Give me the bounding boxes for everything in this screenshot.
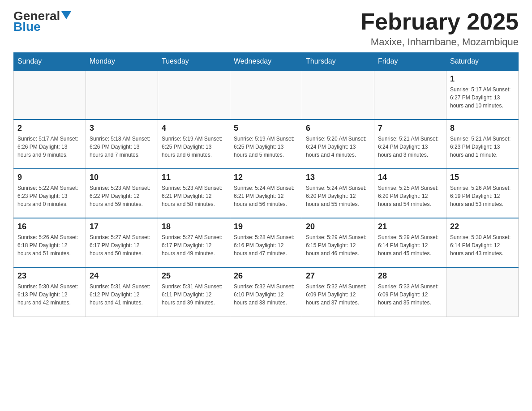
day-info: Sunrise: 5:29 AM Sunset: 6:15 PM Dayligh… bbox=[306, 233, 370, 257]
day-info: Sunrise: 5:20 AM Sunset: 6:24 PM Dayligh… bbox=[306, 135, 370, 159]
day-cell: 25Sunrise: 5:31 AM Sunset: 6:11 PM Dayli… bbox=[158, 267, 230, 317]
day-number: 26 bbox=[234, 271, 298, 281]
day-number: 6 bbox=[306, 124, 370, 133]
day-number: 27 bbox=[306, 271, 370, 281]
day-info: Sunrise: 5:28 AM Sunset: 6:16 PM Dayligh… bbox=[234, 233, 298, 257]
day-number: 15 bbox=[450, 173, 515, 182]
day-number: 11 bbox=[162, 173, 226, 182]
day-number: 1 bbox=[450, 74, 515, 84]
header-friday: Friday bbox=[374, 53, 446, 71]
day-cell bbox=[86, 70, 158, 120]
day-number: 28 bbox=[378, 271, 442, 281]
day-cell: 3Sunrise: 5:18 AM Sunset: 6:26 PM Daylig… bbox=[86, 120, 158, 169]
day-info: Sunrise: 5:30 AM Sunset: 6:13 PM Dayligh… bbox=[17, 283, 82, 307]
calendar-table: SundayMondayTuesdayWednesdayThursdayFrid… bbox=[13, 52, 519, 317]
day-cell: 16Sunrise: 5:26 AM Sunset: 6:18 PM Dayli… bbox=[14, 218, 86, 267]
day-number: 8 bbox=[450, 124, 515, 133]
header-wednesday: Wednesday bbox=[230, 53, 302, 71]
day-info: Sunrise: 5:23 AM Sunset: 6:21 PM Dayligh… bbox=[162, 184, 226, 208]
day-number: 24 bbox=[90, 271, 154, 281]
month-title: February 2025 bbox=[360, 9, 519, 34]
day-number: 4 bbox=[162, 124, 226, 133]
day-info: Sunrise: 5:27 AM Sunset: 6:17 PM Dayligh… bbox=[162, 233, 226, 257]
day-info: Sunrise: 5:31 AM Sunset: 6:12 PM Dayligh… bbox=[90, 283, 154, 307]
day-info: Sunrise: 5:24 AM Sunset: 6:20 PM Dayligh… bbox=[306, 184, 370, 208]
day-cell bbox=[446, 267, 519, 317]
day-info: Sunrise: 5:23 AM Sunset: 6:22 PM Dayligh… bbox=[90, 184, 154, 208]
day-cell: 20Sunrise: 5:29 AM Sunset: 6:15 PM Dayli… bbox=[302, 218, 374, 267]
day-number: 5 bbox=[234, 124, 298, 133]
week-row-4: 16Sunrise: 5:26 AM Sunset: 6:18 PM Dayli… bbox=[14, 218, 519, 267]
day-number: 20 bbox=[306, 222, 370, 231]
day-number: 13 bbox=[306, 173, 370, 182]
day-info: Sunrise: 5:25 AM Sunset: 6:20 PM Dayligh… bbox=[378, 184, 442, 208]
header-sunday: Sunday bbox=[14, 53, 86, 71]
day-number: 22 bbox=[450, 222, 515, 231]
day-cell bbox=[302, 70, 374, 120]
day-cell: 2Sunrise: 5:17 AM Sunset: 6:26 PM Daylig… bbox=[14, 120, 86, 169]
day-cell bbox=[230, 70, 302, 120]
day-cell: 22Sunrise: 5:30 AM Sunset: 6:14 PM Dayli… bbox=[446, 218, 519, 267]
day-cell: 11Sunrise: 5:23 AM Sunset: 6:21 PM Dayli… bbox=[158, 169, 230, 218]
day-cell bbox=[374, 70, 446, 120]
location-title: Maxixe, Inhambane, Mozambique bbox=[360, 36, 519, 48]
day-cell: 1Sunrise: 5:17 AM Sunset: 6:27 PM Daylig… bbox=[446, 70, 519, 120]
day-info: Sunrise: 5:32 AM Sunset: 6:10 PM Dayligh… bbox=[234, 283, 298, 307]
header-tuesday: Tuesday bbox=[158, 53, 230, 71]
header-row: SundayMondayTuesdayWednesdayThursdayFrid… bbox=[14, 53, 519, 71]
header-thursday: Thursday bbox=[302, 53, 374, 71]
day-info: Sunrise: 5:18 AM Sunset: 6:26 PM Dayligh… bbox=[90, 135, 154, 159]
week-row-1: 1Sunrise: 5:17 AM Sunset: 6:27 PM Daylig… bbox=[14, 70, 519, 120]
day-info: Sunrise: 5:21 AM Sunset: 6:23 PM Dayligh… bbox=[450, 135, 515, 159]
day-cell: 14Sunrise: 5:25 AM Sunset: 6:20 PM Dayli… bbox=[374, 169, 446, 218]
day-info: Sunrise: 5:22 AM Sunset: 6:23 PM Dayligh… bbox=[17, 184, 82, 208]
day-number: 18 bbox=[162, 222, 226, 231]
day-number: 25 bbox=[162, 271, 226, 281]
day-number: 7 bbox=[378, 124, 442, 133]
day-cell: 15Sunrise: 5:26 AM Sunset: 6:19 PM Dayli… bbox=[446, 169, 519, 218]
day-number: 12 bbox=[234, 173, 298, 182]
day-cell: 8Sunrise: 5:21 AM Sunset: 6:23 PM Daylig… bbox=[446, 120, 519, 169]
day-info: Sunrise: 5:26 AM Sunset: 6:19 PM Dayligh… bbox=[450, 184, 515, 208]
day-cell: 9Sunrise: 5:22 AM Sunset: 6:23 PM Daylig… bbox=[14, 169, 86, 218]
title-section: February 2025 Maxixe, Inhambane, Mozambi… bbox=[360, 9, 519, 48]
day-info: Sunrise: 5:32 AM Sunset: 6:09 PM Dayligh… bbox=[306, 283, 370, 307]
day-cell: 7Sunrise: 5:21 AM Sunset: 6:24 PM Daylig… bbox=[374, 120, 446, 169]
day-info: Sunrise: 5:21 AM Sunset: 6:24 PM Dayligh… bbox=[378, 135, 442, 159]
day-cell bbox=[158, 70, 230, 120]
day-number: 9 bbox=[17, 173, 82, 182]
logo-triangle-icon bbox=[61, 11, 71, 19]
day-info: Sunrise: 5:31 AM Sunset: 6:11 PM Dayligh… bbox=[162, 283, 226, 307]
calendar-body: 1Sunrise: 5:17 AM Sunset: 6:27 PM Daylig… bbox=[14, 70, 519, 317]
page-header: General Blue February 2025 Maxixe, Inham… bbox=[13, 9, 519, 48]
day-number: 17 bbox=[90, 222, 154, 231]
day-cell: 21Sunrise: 5:29 AM Sunset: 6:14 PM Dayli… bbox=[374, 218, 446, 267]
day-number: 21 bbox=[378, 222, 442, 231]
day-number: 14 bbox=[378, 173, 442, 182]
day-info: Sunrise: 5:19 AM Sunset: 6:25 PM Dayligh… bbox=[162, 135, 226, 159]
day-info: Sunrise: 5:24 AM Sunset: 6:21 PM Dayligh… bbox=[234, 184, 298, 208]
svg-marker-0 bbox=[61, 11, 71, 19]
day-info: Sunrise: 5:29 AM Sunset: 6:14 PM Dayligh… bbox=[378, 233, 442, 257]
day-cell: 5Sunrise: 5:19 AM Sunset: 6:25 PM Daylig… bbox=[230, 120, 302, 169]
day-cell: 28Sunrise: 5:33 AM Sunset: 6:09 PM Dayli… bbox=[374, 267, 446, 317]
day-info: Sunrise: 5:17 AM Sunset: 6:26 PM Dayligh… bbox=[17, 135, 82, 159]
day-info: Sunrise: 5:27 AM Sunset: 6:17 PM Dayligh… bbox=[90, 233, 154, 257]
day-number: 2 bbox=[17, 124, 82, 133]
day-cell: 4Sunrise: 5:19 AM Sunset: 6:25 PM Daylig… bbox=[158, 120, 230, 169]
week-row-5: 23Sunrise: 5:30 AM Sunset: 6:13 PM Dayli… bbox=[14, 267, 519, 317]
day-cell: 10Sunrise: 5:23 AM Sunset: 6:22 PM Dayli… bbox=[86, 169, 158, 218]
week-row-2: 2Sunrise: 5:17 AM Sunset: 6:26 PM Daylig… bbox=[14, 120, 519, 169]
day-cell: 18Sunrise: 5:27 AM Sunset: 6:17 PM Dayli… bbox=[158, 218, 230, 267]
day-info: Sunrise: 5:30 AM Sunset: 6:14 PM Dayligh… bbox=[450, 233, 515, 257]
day-cell: 13Sunrise: 5:24 AM Sunset: 6:20 PM Dayli… bbox=[302, 169, 374, 218]
header-monday: Monday bbox=[86, 53, 158, 71]
day-number: 23 bbox=[17, 271, 82, 281]
day-cell: 6Sunrise: 5:20 AM Sunset: 6:24 PM Daylig… bbox=[302, 120, 374, 169]
day-cell: 26Sunrise: 5:32 AM Sunset: 6:10 PM Dayli… bbox=[230, 267, 302, 317]
logo: General Blue bbox=[13, 9, 71, 34]
day-info: Sunrise: 5:19 AM Sunset: 6:25 PM Dayligh… bbox=[234, 135, 298, 159]
day-number: 3 bbox=[90, 124, 154, 133]
day-cell: 27Sunrise: 5:32 AM Sunset: 6:09 PM Dayli… bbox=[302, 267, 374, 317]
header-saturday: Saturday bbox=[446, 53, 519, 71]
